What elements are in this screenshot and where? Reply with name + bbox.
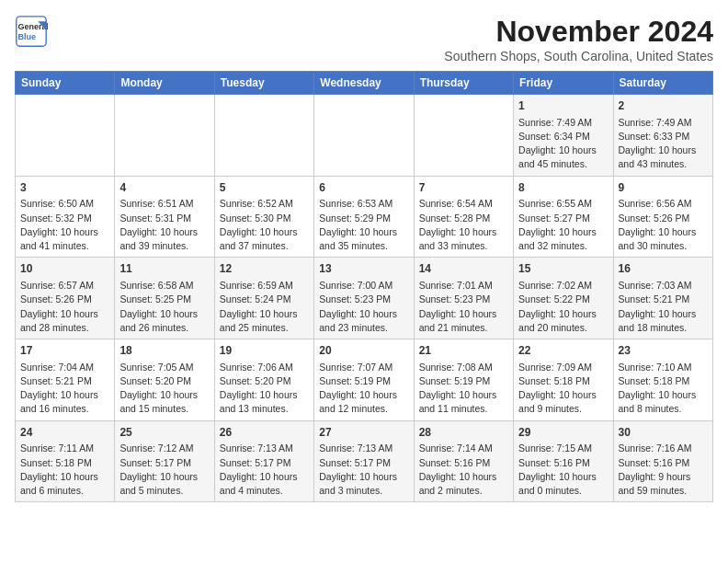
calendar-cell: 17Sunrise: 7:04 AM Sunset: 5:21 PM Dayli… xyxy=(16,339,115,421)
calendar-cell xyxy=(16,95,115,177)
day-info: Sunrise: 7:15 AM Sunset: 5:16 PM Dayligh… xyxy=(518,442,608,498)
svg-text:Blue: Blue xyxy=(18,32,37,41)
day-info: Sunrise: 6:59 AM Sunset: 5:24 PM Dayligh… xyxy=(220,279,309,335)
calendar-cell: 24Sunrise: 7:11 AM Sunset: 5:18 PM Dayli… xyxy=(16,420,115,502)
weekday-header-tuesday: Tuesday xyxy=(214,72,313,95)
day-number: 26 xyxy=(220,425,309,441)
calendar-week-5: 24Sunrise: 7:11 AM Sunset: 5:18 PM Dayli… xyxy=(16,420,713,502)
weekday-header-friday: Friday xyxy=(514,72,613,95)
day-number: 5 xyxy=(220,180,309,196)
weekday-header-thursday: Thursday xyxy=(414,72,513,95)
calendar-cell xyxy=(115,95,214,177)
weekday-header-monday: Monday xyxy=(115,72,214,95)
day-number: 3 xyxy=(20,180,109,196)
day-info: Sunrise: 7:16 AM Sunset: 5:16 PM Dayligh… xyxy=(619,442,708,498)
calendar-cell: 15Sunrise: 7:02 AM Sunset: 5:22 PM Dayli… xyxy=(514,258,613,339)
day-info: Sunrise: 7:06 AM Sunset: 5:20 PM Dayligh… xyxy=(220,361,309,417)
weekday-header-row: SundayMondayTuesdayWednesdayThursdayFrid… xyxy=(16,72,713,95)
day-number: 27 xyxy=(319,425,408,441)
day-info: Sunrise: 7:09 AM Sunset: 5:18 PM Dayligh… xyxy=(518,361,608,417)
weekday-header-saturday: Saturday xyxy=(613,72,712,95)
day-number: 29 xyxy=(518,425,608,441)
day-number: 2 xyxy=(619,98,708,114)
calendar-cell: 5Sunrise: 6:52 AM Sunset: 5:30 PM Daylig… xyxy=(214,176,313,258)
calendar-cell: 9Sunrise: 6:56 AM Sunset: 5:26 PM Daylig… xyxy=(613,176,712,258)
calendar-cell: 30Sunrise: 7:16 AM Sunset: 5:16 PM Dayli… xyxy=(613,420,712,502)
day-info: Sunrise: 6:54 AM Sunset: 5:28 PM Dayligh… xyxy=(419,197,508,253)
day-info: Sunrise: 7:49 AM Sunset: 6:33 PM Dayligh… xyxy=(619,116,708,172)
day-info: Sunrise: 6:58 AM Sunset: 5:25 PM Dayligh… xyxy=(119,279,209,335)
day-number: 4 xyxy=(119,180,209,196)
calendar-cell: 28Sunrise: 7:14 AM Sunset: 5:16 PM Dayli… xyxy=(414,420,513,502)
calendar-cell: 2Sunrise: 7:49 AM Sunset: 6:33 PM Daylig… xyxy=(613,95,712,177)
calendar-cell: 22Sunrise: 7:09 AM Sunset: 5:18 PM Dayli… xyxy=(514,339,613,421)
calendar-cell: 26Sunrise: 7:13 AM Sunset: 5:17 PM Dayli… xyxy=(214,420,313,502)
day-info: Sunrise: 6:52 AM Sunset: 5:30 PM Dayligh… xyxy=(220,197,309,253)
day-info: Sunrise: 7:49 AM Sunset: 6:34 PM Dayligh… xyxy=(518,116,608,172)
day-number: 23 xyxy=(619,343,708,359)
day-info: Sunrise: 6:56 AM Sunset: 5:26 PM Dayligh… xyxy=(619,197,708,253)
calendar-cell: 21Sunrise: 7:08 AM Sunset: 5:19 PM Dayli… xyxy=(414,339,513,421)
weekday-header-wednesday: Wednesday xyxy=(314,72,414,95)
calendar-cell: 23Sunrise: 7:10 AM Sunset: 5:18 PM Dayli… xyxy=(613,339,712,421)
day-number: 14 xyxy=(419,261,508,277)
calendar-cell: 7Sunrise: 6:54 AM Sunset: 5:28 PM Daylig… xyxy=(414,176,513,258)
day-number: 30 xyxy=(619,425,708,441)
day-info: Sunrise: 6:53 AM Sunset: 5:29 PM Dayligh… xyxy=(319,197,408,253)
day-info: Sunrise: 7:11 AM Sunset: 5:18 PM Dayligh… xyxy=(20,442,109,498)
calendar-cell: 25Sunrise: 7:12 AM Sunset: 5:17 PM Dayli… xyxy=(115,420,214,502)
calendar-week-3: 10Sunrise: 6:57 AM Sunset: 5:26 PM Dayli… xyxy=(16,258,713,339)
day-info: Sunrise: 7:04 AM Sunset: 5:21 PM Dayligh… xyxy=(20,361,109,417)
day-info: Sunrise: 7:12 AM Sunset: 5:17 PM Dayligh… xyxy=(119,442,209,498)
month-title: November 2024 xyxy=(444,15,713,49)
calendar-cell: 11Sunrise: 6:58 AM Sunset: 5:25 PM Dayli… xyxy=(115,258,214,339)
day-number: 22 xyxy=(518,343,608,359)
calendar-cell: 27Sunrise: 7:13 AM Sunset: 5:17 PM Dayli… xyxy=(314,420,414,502)
day-number: 8 xyxy=(518,180,608,196)
calendar-week-4: 17Sunrise: 7:04 AM Sunset: 5:21 PM Dayli… xyxy=(16,339,713,421)
day-info: Sunrise: 7:14 AM Sunset: 5:16 PM Dayligh… xyxy=(419,442,508,498)
day-info: Sunrise: 7:05 AM Sunset: 5:20 PM Dayligh… xyxy=(119,361,209,417)
calendar-cell xyxy=(314,95,414,177)
day-number: 6 xyxy=(319,180,408,196)
calendar-cell: 29Sunrise: 7:15 AM Sunset: 5:16 PM Dayli… xyxy=(514,420,613,502)
day-info: Sunrise: 7:07 AM Sunset: 5:19 PM Dayligh… xyxy=(319,361,408,417)
day-number: 17 xyxy=(20,343,109,359)
day-number: 28 xyxy=(419,425,508,441)
calendar-cell: 14Sunrise: 7:01 AM Sunset: 5:23 PM Dayli… xyxy=(414,258,513,339)
day-number: 11 xyxy=(119,261,209,277)
calendar-table: SundayMondayTuesdayWednesdayThursdayFrid… xyxy=(15,71,713,502)
day-info: Sunrise: 7:08 AM Sunset: 5:19 PM Dayligh… xyxy=(419,361,508,417)
calendar-cell: 20Sunrise: 7:07 AM Sunset: 5:19 PM Dayli… xyxy=(314,339,414,421)
day-info: Sunrise: 7:00 AM Sunset: 5:23 PM Dayligh… xyxy=(319,279,408,335)
calendar-week-1: 1Sunrise: 7:49 AM Sunset: 6:34 PM Daylig… xyxy=(16,95,713,177)
day-info: Sunrise: 7:01 AM Sunset: 5:23 PM Dayligh… xyxy=(419,279,508,335)
calendar-cell: 12Sunrise: 6:59 AM Sunset: 5:24 PM Dayli… xyxy=(214,258,313,339)
day-number: 12 xyxy=(220,261,309,277)
day-info: Sunrise: 7:03 AM Sunset: 5:21 PM Dayligh… xyxy=(619,279,708,335)
calendar-cell: 6Sunrise: 6:53 AM Sunset: 5:29 PM Daylig… xyxy=(314,176,414,258)
day-info: Sunrise: 6:51 AM Sunset: 5:31 PM Dayligh… xyxy=(119,197,209,253)
day-number: 10 xyxy=(20,261,109,277)
calendar-cell: 4Sunrise: 6:51 AM Sunset: 5:31 PM Daylig… xyxy=(115,176,214,258)
calendar-cell xyxy=(214,95,313,177)
day-info: Sunrise: 7:13 AM Sunset: 5:17 PM Dayligh… xyxy=(319,442,408,498)
calendar-cell: 10Sunrise: 6:57 AM Sunset: 5:26 PM Dayli… xyxy=(16,258,115,339)
day-number: 21 xyxy=(419,343,508,359)
day-number: 25 xyxy=(119,425,209,441)
calendar-week-2: 3Sunrise: 6:50 AM Sunset: 5:32 PM Daylig… xyxy=(16,176,713,258)
calendar-cell: 18Sunrise: 7:05 AM Sunset: 5:20 PM Dayli… xyxy=(115,339,214,421)
day-number: 16 xyxy=(619,261,708,277)
day-info: Sunrise: 6:50 AM Sunset: 5:32 PM Dayligh… xyxy=(20,197,109,253)
day-number: 1 xyxy=(518,98,608,114)
calendar-cell: 16Sunrise: 7:03 AM Sunset: 5:21 PM Dayli… xyxy=(613,258,712,339)
day-info: Sunrise: 6:55 AM Sunset: 5:27 PM Dayligh… xyxy=(518,197,608,253)
logo: General Blue xyxy=(15,15,48,48)
day-info: Sunrise: 7:13 AM Sunset: 5:17 PM Dayligh… xyxy=(220,442,309,498)
location-subtitle: Southern Shops, South Carolina, United S… xyxy=(444,49,713,63)
day-number: 18 xyxy=(119,343,209,359)
day-number: 15 xyxy=(518,261,608,277)
calendar-cell: 8Sunrise: 6:55 AM Sunset: 5:27 PM Daylig… xyxy=(514,176,613,258)
day-number: 9 xyxy=(619,180,708,196)
calendar-cell: 19Sunrise: 7:06 AM Sunset: 5:20 PM Dayli… xyxy=(214,339,313,421)
